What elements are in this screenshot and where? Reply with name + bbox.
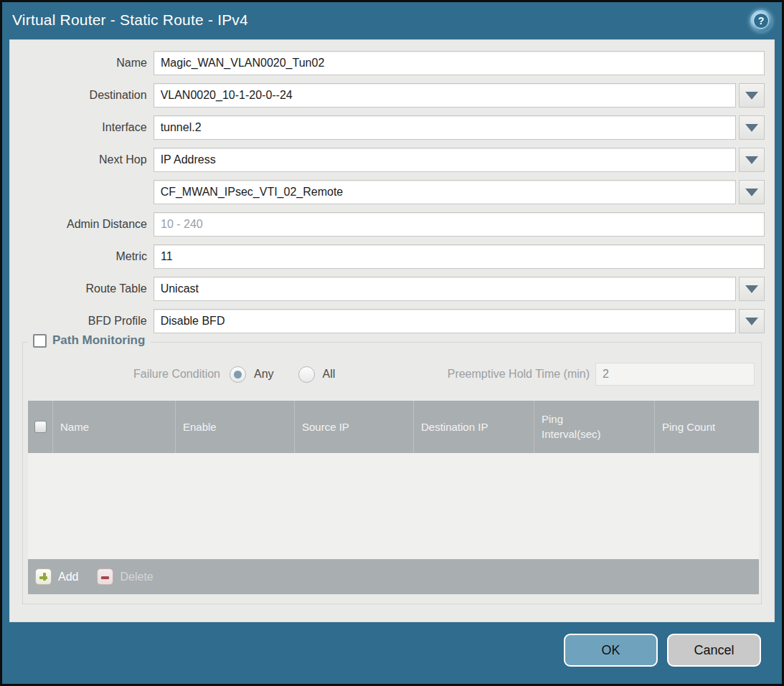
metric-row: Metric: [10, 244, 765, 269]
path-monitoring-section: Path Monitoring Failure Condition Any Al…: [22, 342, 762, 604]
interface-label: Interface: [10, 115, 154, 140]
failure-condition-radio-group: Any All: [230, 361, 335, 387]
metric-input[interactable]: [154, 244, 765, 269]
bfd-profile-dropdown-button[interactable]: [739, 309, 765, 333]
radio-all[interactable]: All: [298, 366, 336, 383]
column-header-ping-interval: Ping Interval(sec): [534, 401, 654, 453]
cancel-button[interactable]: Cancel: [667, 634, 761, 667]
admin-distance-row: Admin Distance: [10, 212, 765, 237]
next-hop-address-dropdown-button[interactable]: [739, 180, 765, 204]
path-monitoring-title: Path Monitoring: [52, 333, 145, 348]
add-button[interactable]: Add: [35, 568, 78, 585]
table-footer-bar: Add Delete: [28, 559, 759, 594]
radio-any-control[interactable]: [230, 366, 246, 383]
next-hop-address-row: [10, 180, 765, 204]
chevron-down-icon: [745, 189, 758, 196]
select-all-checkbox[interactable]: [34, 421, 47, 433]
delete-button-label: Delete: [120, 571, 153, 583]
chevron-down-icon: [745, 318, 758, 325]
dialog-window: Virtual Router - Static Route - IPv4 ? N…: [0, 0, 784, 686]
chevron-down-icon: [745, 285, 758, 293]
destination-row: Destination: [10, 83, 765, 108]
destination-label: Destination: [10, 83, 154, 108]
admin-distance-input[interactable]: [154, 212, 765, 237]
route-table-dropdown-button[interactable]: [739, 277, 765, 301]
name-input[interactable]: [154, 51, 765, 75]
path-monitoring-checkbox[interactable]: [33, 334, 47, 348]
failure-condition-label: Failure Condition: [23, 361, 220, 387]
page-title: Virtual Router - Static Route - IPv4: [12, 11, 248, 28]
route-table-label: Route Table: [10, 277, 154, 301]
failure-condition-row: Failure Condition Any All Preemptive Hol…: [23, 361, 761, 387]
help-icon[interactable]: ?: [750, 10, 772, 32]
interface-dropdown-button[interactable]: [739, 115, 765, 140]
column-header-ping-count: Ping Count: [654, 401, 759, 453]
form-panel: Name Destination Interface Next Hop: [9, 39, 775, 622]
path-monitoring-table: Name Enable Source IP Destination IP Pin…: [28, 401, 759, 594]
route-table-row: Route Table: [10, 277, 765, 301]
column-header-source-ip: Source IP: [294, 401, 413, 453]
preemptive-hold-time-label: Preemptive Hold Time (min): [392, 361, 590, 387]
destination-input[interactable]: [154, 83, 736, 108]
table-header-row: Name Enable Source IP Destination IP Pin…: [28, 401, 759, 453]
radio-all-label: All: [323, 368, 336, 381]
next-hop-type-dropdown-button[interactable]: [739, 148, 765, 172]
radio-all-control[interactable]: [298, 366, 315, 383]
delete-button: Delete: [97, 568, 153, 585]
column-header-destination-ip: Destination IP: [413, 401, 534, 453]
ok-button[interactable]: OK: [564, 634, 658, 667]
next-hop-row: Next Hop: [10, 148, 765, 172]
plus-icon: [35, 568, 52, 585]
minus-icon: [97, 568, 113, 585]
path-monitoring-legend: Path Monitoring: [27, 333, 151, 348]
bfd-profile-input[interactable]: [154, 309, 736, 333]
interface-input[interactable]: [154, 115, 736, 140]
interface-row: Interface: [10, 115, 765, 140]
table-body-empty: [28, 453, 759, 559]
radio-any-label: Any: [254, 368, 274, 381]
name-row: Name: [10, 51, 765, 75]
preemptive-hold-time-input: [595, 363, 755, 386]
column-header-name: Name: [52, 401, 175, 453]
radio-any[interactable]: Any: [230, 366, 274, 383]
destination-dropdown-button[interactable]: [739, 83, 765, 108]
route-table-input[interactable]: [154, 277, 736, 301]
column-header-enable: Enable: [175, 401, 294, 453]
next-hop-type-input[interactable]: [154, 148, 736, 172]
name-label: Name: [10, 51, 154, 75]
metric-label: Metric: [10, 244, 154, 269]
chevron-down-icon: [745, 156, 758, 164]
title-bar: Virtual Router - Static Route - IPv4 ?: [2, 2, 782, 38]
next-hop-address-input[interactable]: [154, 180, 736, 204]
chevron-down-icon: [745, 92, 758, 100]
chevron-down-icon: [745, 124, 758, 132]
admin-distance-label: Admin Distance: [10, 212, 154, 237]
bfd-profile-label: BFD Profile: [10, 309, 154, 333]
next-hop-label: Next Hop: [10, 148, 154, 172]
add-button-label: Add: [58, 571, 78, 583]
bfd-profile-row: BFD Profile: [10, 309, 765, 333]
select-all-cell: [28, 401, 52, 453]
